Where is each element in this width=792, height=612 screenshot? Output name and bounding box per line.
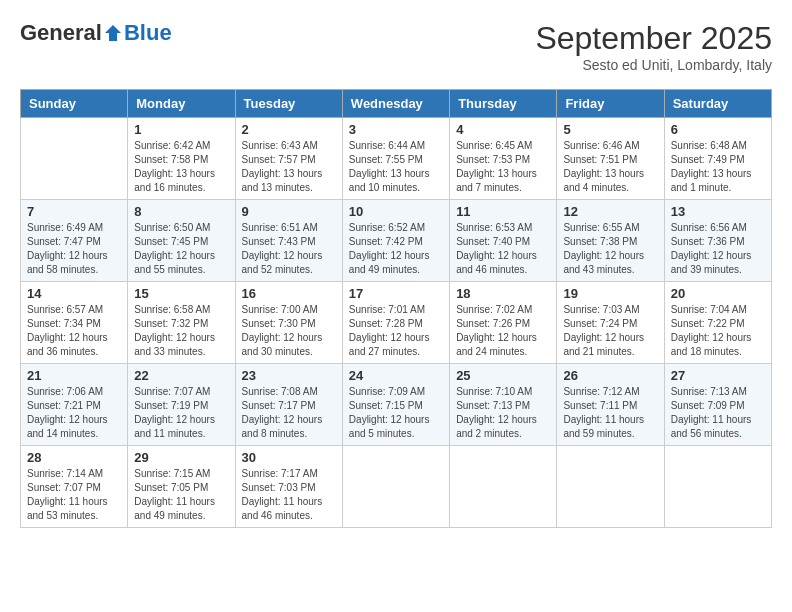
calendar-day-15: 15Sunrise: 6:58 AMSunset: 7:32 PMDayligh… [128,282,235,364]
day-number: 8 [134,204,228,219]
day-info: Sunrise: 7:03 AMSunset: 7:24 PMDaylight:… [563,303,657,359]
calendar-day-24: 24Sunrise: 7:09 AMSunset: 7:15 PMDayligh… [342,364,449,446]
calendar-day-27: 27Sunrise: 7:13 AMSunset: 7:09 PMDayligh… [664,364,771,446]
calendar-day-12: 12Sunrise: 6:55 AMSunset: 7:38 PMDayligh… [557,200,664,282]
month-title: September 2025 [535,20,772,57]
empty-cell [450,446,557,528]
day-info: Sunrise: 7:06 AMSunset: 7:21 PMDaylight:… [27,385,121,441]
day-info: Sunrise: 7:00 AMSunset: 7:30 PMDaylight:… [242,303,336,359]
calendar-day-11: 11Sunrise: 6:53 AMSunset: 7:40 PMDayligh… [450,200,557,282]
day-info: Sunrise: 7:09 AMSunset: 7:15 PMDaylight:… [349,385,443,441]
day-info: Sunrise: 7:07 AMSunset: 7:19 PMDaylight:… [134,385,228,441]
calendar-table: SundayMondayTuesdayWednesdayThursdayFrid… [20,89,772,528]
calendar-day-2: 2Sunrise: 6:43 AMSunset: 7:57 PMDaylight… [235,118,342,200]
day-number: 12 [563,204,657,219]
calendar-day-14: 14Sunrise: 6:57 AMSunset: 7:34 PMDayligh… [21,282,128,364]
day-info: Sunrise: 7:04 AMSunset: 7:22 PMDaylight:… [671,303,765,359]
day-number: 29 [134,450,228,465]
day-info: Sunrise: 6:48 AMSunset: 7:49 PMDaylight:… [671,139,765,195]
calendar-week-3: 14Sunrise: 6:57 AMSunset: 7:34 PMDayligh… [21,282,772,364]
logo: General Blue [20,20,172,46]
calendar-day-8: 8Sunrise: 6:50 AMSunset: 7:45 PMDaylight… [128,200,235,282]
day-number: 16 [242,286,336,301]
calendar-day-20: 20Sunrise: 7:04 AMSunset: 7:22 PMDayligh… [664,282,771,364]
day-number: 22 [134,368,228,383]
day-number: 27 [671,368,765,383]
day-info: Sunrise: 7:12 AMSunset: 7:11 PMDaylight:… [563,385,657,441]
day-number: 9 [242,204,336,219]
day-info: Sunrise: 6:57 AMSunset: 7:34 PMDaylight:… [27,303,121,359]
empty-cell [342,446,449,528]
day-info: Sunrise: 7:14 AMSunset: 7:07 PMDaylight:… [27,467,121,523]
calendar-day-9: 9Sunrise: 6:51 AMSunset: 7:43 PMDaylight… [235,200,342,282]
weekday-header-row: SundayMondayTuesdayWednesdayThursdayFrid… [21,90,772,118]
weekday-header-saturday: Saturday [664,90,771,118]
weekday-header-sunday: Sunday [21,90,128,118]
day-info: Sunrise: 6:51 AMSunset: 7:43 PMDaylight:… [242,221,336,277]
calendar-week-1: 1Sunrise: 6:42 AMSunset: 7:58 PMDaylight… [21,118,772,200]
day-number: 3 [349,122,443,137]
calendar-day-16: 16Sunrise: 7:00 AMSunset: 7:30 PMDayligh… [235,282,342,364]
weekday-header-friday: Friday [557,90,664,118]
day-number: 18 [456,286,550,301]
day-info: Sunrise: 7:17 AMSunset: 7:03 PMDaylight:… [242,467,336,523]
calendar-week-5: 28Sunrise: 7:14 AMSunset: 7:07 PMDayligh… [21,446,772,528]
location-subtitle: Sesto ed Uniti, Lombardy, Italy [535,57,772,73]
logo-general: General [20,20,102,46]
day-number: 26 [563,368,657,383]
calendar-day-18: 18Sunrise: 7:02 AMSunset: 7:26 PMDayligh… [450,282,557,364]
calendar-day-5: 5Sunrise: 6:46 AMSunset: 7:51 PMDaylight… [557,118,664,200]
calendar-day-28: 28Sunrise: 7:14 AMSunset: 7:07 PMDayligh… [21,446,128,528]
day-info: Sunrise: 6:55 AMSunset: 7:38 PMDaylight:… [563,221,657,277]
calendar-day-17: 17Sunrise: 7:01 AMSunset: 7:28 PMDayligh… [342,282,449,364]
calendar-day-23: 23Sunrise: 7:08 AMSunset: 7:17 PMDayligh… [235,364,342,446]
day-number: 5 [563,122,657,137]
day-number: 7 [27,204,121,219]
day-number: 28 [27,450,121,465]
day-info: Sunrise: 7:10 AMSunset: 7:13 PMDaylight:… [456,385,550,441]
weekday-header-tuesday: Tuesday [235,90,342,118]
svg-marker-0 [105,25,121,41]
logo-blue: Blue [124,20,172,46]
day-info: Sunrise: 6:43 AMSunset: 7:57 PMDaylight:… [242,139,336,195]
calendar-day-3: 3Sunrise: 6:44 AMSunset: 7:55 PMDaylight… [342,118,449,200]
day-info: Sunrise: 6:53 AMSunset: 7:40 PMDaylight:… [456,221,550,277]
calendar-day-21: 21Sunrise: 7:06 AMSunset: 7:21 PMDayligh… [21,364,128,446]
day-number: 30 [242,450,336,465]
day-number: 19 [563,286,657,301]
page-header: General Blue September 2025 Sesto ed Uni… [20,20,772,73]
day-info: Sunrise: 7:08 AMSunset: 7:17 PMDaylight:… [242,385,336,441]
day-info: Sunrise: 6:42 AMSunset: 7:58 PMDaylight:… [134,139,228,195]
day-number: 14 [27,286,121,301]
day-number: 10 [349,204,443,219]
day-number: 13 [671,204,765,219]
empty-cell [664,446,771,528]
calendar-day-1: 1Sunrise: 6:42 AMSunset: 7:58 PMDaylight… [128,118,235,200]
calendar-day-29: 29Sunrise: 7:15 AMSunset: 7:05 PMDayligh… [128,446,235,528]
calendar-day-25: 25Sunrise: 7:10 AMSunset: 7:13 PMDayligh… [450,364,557,446]
calendar-day-19: 19Sunrise: 7:03 AMSunset: 7:24 PMDayligh… [557,282,664,364]
calendar-week-4: 21Sunrise: 7:06 AMSunset: 7:21 PMDayligh… [21,364,772,446]
day-info: Sunrise: 7:01 AMSunset: 7:28 PMDaylight:… [349,303,443,359]
logo-icon [103,23,123,43]
day-number: 20 [671,286,765,301]
empty-cell [21,118,128,200]
day-info: Sunrise: 6:50 AMSunset: 7:45 PMDaylight:… [134,221,228,277]
day-info: Sunrise: 6:44 AMSunset: 7:55 PMDaylight:… [349,139,443,195]
weekday-header-thursday: Thursday [450,90,557,118]
calendar-body: 1Sunrise: 6:42 AMSunset: 7:58 PMDaylight… [21,118,772,528]
calendar-day-10: 10Sunrise: 6:52 AMSunset: 7:42 PMDayligh… [342,200,449,282]
calendar-day-30: 30Sunrise: 7:17 AMSunset: 7:03 PMDayligh… [235,446,342,528]
day-number: 24 [349,368,443,383]
day-info: Sunrise: 6:45 AMSunset: 7:53 PMDaylight:… [456,139,550,195]
calendar-day-13: 13Sunrise: 6:56 AMSunset: 7:36 PMDayligh… [664,200,771,282]
day-number: 23 [242,368,336,383]
calendar-day-7: 7Sunrise: 6:49 AMSunset: 7:47 PMDaylight… [21,200,128,282]
day-number: 1 [134,122,228,137]
day-number: 17 [349,286,443,301]
day-info: Sunrise: 6:52 AMSunset: 7:42 PMDaylight:… [349,221,443,277]
empty-cell [557,446,664,528]
day-number: 11 [456,204,550,219]
calendar-day-4: 4Sunrise: 6:45 AMSunset: 7:53 PMDaylight… [450,118,557,200]
calendar-day-26: 26Sunrise: 7:12 AMSunset: 7:11 PMDayligh… [557,364,664,446]
